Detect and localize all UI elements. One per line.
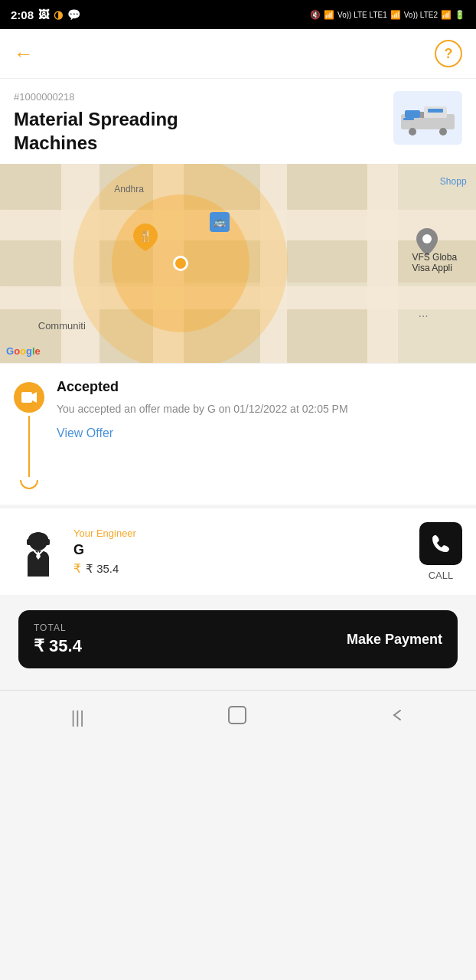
total-section: TOTAL ₹ 35.4 (34, 622, 82, 656)
status-bar: 2:08 🖼 ◑ 💬 🔇 📶 Vo)) LTE LTE1 📶 Vo)) LTE2… (0, 0, 476, 29)
payment-section: TOTAL ₹ 35.4 Make Payment (0, 595, 476, 684)
view-offer-button[interactable]: View Offer (57, 426, 462, 440)
circle-icon: ◑ (54, 8, 63, 21)
wifi-icon: 📶 (324, 10, 334, 20)
top-nav: ← ? (0, 29, 476, 79)
map-background: Andhra Shopp 🍴 🚌 VFS Globa Visa Appli ··… (0, 164, 476, 363)
svg-rect-6 (428, 109, 443, 113)
help-button[interactable]: ? (435, 40, 462, 67)
price-value: ₹ 35.4 (86, 562, 119, 576)
make-payment-button[interactable]: Make Payment (347, 632, 442, 648)
rupee-icon: ₹ (73, 561, 81, 576)
photo-icon: 🖼 (38, 8, 49, 21)
product-image (393, 91, 462, 145)
map-section[interactable]: Andhra Shopp 🍴 🚌 VFS Globa Visa Appli ··… (0, 164, 476, 363)
svg-rect-27 (287, 164, 367, 210)
nav-back-button[interactable] (390, 707, 405, 727)
call-button-wrapper: CALL (419, 522, 462, 581)
engineer-name: G (73, 542, 409, 558)
time-display: 2:08 (11, 8, 34, 21)
total-label: TOTAL (34, 622, 82, 633)
mute-icon: 🔇 (310, 10, 321, 20)
status-bar-left: 2:08 🖼 ◑ 💬 (11, 8, 80, 21)
svg-rect-33 (27, 539, 31, 545)
product-title: Material Spreading Machines (14, 107, 259, 155)
battery-icon: 🔋 (455, 10, 465, 20)
back-button[interactable]: ← (14, 44, 34, 64)
svg-rect-24 (0, 164, 61, 210)
network-lte1: Vo)) LTE LTE1 (337, 11, 387, 19)
nav-menu-button[interactable]: ||| (71, 707, 84, 727)
svg-rect-23 (287, 309, 367, 363)
svg-rect-18 (287, 240, 367, 283)
svg-marker-31 (32, 392, 37, 403)
svg-rect-34 (45, 539, 50, 545)
bottom-nav: ||| (0, 690, 476, 749)
payment-bar: TOTAL ₹ 35.4 Make Payment (18, 610, 458, 668)
total-amount: ₹ 35.4 (34, 636, 82, 656)
message-icon: 💬 (67, 8, 80, 21)
svg-rect-5 (420, 112, 424, 118)
map-label-communiti: Communiti (38, 320, 86, 332)
status-icon-circle (14, 382, 44, 413)
product-id: #1000000218 (14, 91, 259, 103)
svg-text:🍴: 🍴 (139, 230, 153, 243)
nav-home-button[interactable] (227, 704, 248, 730)
avatar-svg (14, 528, 63, 577)
svg-point-4 (439, 128, 447, 136)
status-section: Accepted You accepted an offer made by G… (0, 363, 476, 505)
svg-rect-14 (367, 164, 398, 363)
svg-rect-1 (405, 110, 420, 118)
engineer-label: Your Engineer (73, 528, 409, 539)
machine-svg (397, 95, 458, 141)
svg-rect-36 (229, 707, 246, 724)
status-line (28, 416, 30, 477)
map-label-shopp: Shopp (440, 176, 467, 187)
network-lte2: Vo)) LTE2 (404, 11, 438, 19)
status-arc (20, 480, 38, 489)
video-icon (21, 389, 37, 406)
svg-point-29 (422, 234, 432, 243)
engineer-section: Your Engineer G ₹ ₹ 35.4 CALL (0, 508, 476, 595)
svg-rect-7 (403, 118, 414, 120)
home-icon (227, 704, 248, 726)
map-center-dot (173, 256, 188, 271)
map-pin-bus: 🚌 (210, 212, 230, 232)
engineer-avatar (14, 528, 63, 577)
engineer-info: Your Engineer G ₹ ₹ 35.4 (73, 528, 409, 576)
signal-icon2: 📶 (441, 10, 452, 20)
map-pin-food: 🍴 (133, 224, 158, 256)
phone-icon (431, 534, 451, 554)
map-google-logo: Google (6, 345, 41, 357)
signal-icon1: 📶 (390, 10, 401, 20)
product-info: #1000000218 Material Spreading Machines (14, 91, 259, 155)
status-description: You accepted an offer made by G on 01/12… (57, 401, 462, 417)
back-icon (390, 707, 405, 723)
svg-point-3 (409, 128, 416, 136)
product-section: #1000000218 Material Spreading Machines (0, 79, 476, 164)
map-label-vfs: VFS Globa Visa Appli (412, 252, 457, 273)
call-label: CALL (429, 570, 454, 581)
svg-rect-15 (0, 240, 61, 286)
map-dots: ··· (418, 309, 428, 323)
status-content: Accepted You accepted an offer made by G… (57, 379, 462, 440)
status-bar-right: 🔇 📶 Vo)) LTE LTE1 📶 Vo)) LTE2 📶 🔋 (310, 10, 465, 20)
svg-rect-30 (21, 392, 32, 403)
call-button[interactable] (419, 522, 462, 565)
map-label-andhra: Andhra (114, 184, 144, 194)
status-title: Accepted (57, 379, 462, 395)
status-timeline (14, 379, 44, 489)
engineer-price: ₹ ₹ 35.4 (73, 561, 409, 576)
